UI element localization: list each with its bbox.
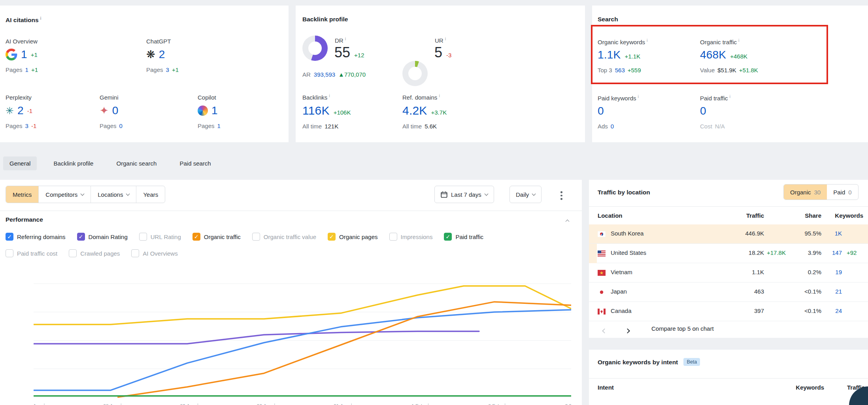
pages-label: Pages (100, 122, 117, 129)
checkbox-crawled-pages[interactable]: Crawled pages (69, 249, 120, 257)
location-name: Canada (611, 307, 632, 314)
svg-text:27 Jan: 27 Jan (34, 403, 41, 405)
col-traffic[interactable]: Traffic (717, 212, 764, 219)
pages-label: Pages (198, 122, 215, 129)
gemini-count[interactable]: 0 (112, 104, 119, 117)
pagination-prev-button[interactable] (603, 327, 606, 334)
toggle-organic[interactable]: Organic30 (784, 185, 827, 200)
info-icon[interactable]: i (439, 93, 440, 98)
paid-traffic-label: Paid traffic (700, 95, 728, 102)
location-row-canada[interactable]: Canada 397 <0.1% 24 (589, 302, 868, 321)
keywords-count[interactable]: 19 (810, 269, 842, 275)
tab-organic-search[interactable]: Organic search (110, 156, 163, 170)
ai-citations-title-text: AI citations (6, 17, 39, 23)
keywords-by-intent-title: Organic keywords by intent (598, 359, 678, 365)
filter-segments: Metrics Competitors Locations Years (6, 186, 165, 203)
location-row-japan[interactable]: Japan 463 <0.1% 21 (589, 283, 868, 302)
keywords-count[interactable]: 21 (810, 288, 842, 295)
organic-paid-toggle: Organic30 Paid0 (783, 184, 859, 200)
checkbox-domain-rating[interactable]: ✓Domain Rating (77, 233, 128, 241)
info-icon[interactable]: i (638, 94, 639, 99)
checkbox-organic-traffic-value[interactable]: Organic traffic value (252, 233, 316, 241)
checkbox-url-rating[interactable]: URL Rating (139, 233, 181, 241)
report-tabs: General Backlink profile Organic search … (3, 156, 226, 170)
info-icon[interactable]: i (329, 93, 330, 98)
traffic-by-location-title: Traffic by location (598, 189, 650, 196)
checkbox-impressions[interactable]: Impressions (389, 233, 433, 241)
ref-domains-label: Ref. domains (402, 94, 437, 101)
backlink-profile-title: Backlink profile (302, 16, 348, 23)
info-icon[interactable]: i (445, 36, 446, 41)
toggle-paid[interactable]: Paid0 (827, 185, 858, 200)
pages-label: Pages (6, 66, 23, 73)
all-time-label: All time (402, 123, 422, 130)
checkbox-referring-domains[interactable]: ✓Referring domains (6, 233, 66, 241)
performance-line-chart: 27 Jan28 Jan29 Jan30 Jan31 Jan1 Feb2 Feb… (34, 269, 571, 405)
traffic-value: 1.1K (717, 269, 764, 275)
date-range-button[interactable]: Last 7 days (434, 186, 494, 203)
checkbox-paid-traffic[interactable]: ✓Paid traffic (444, 233, 483, 241)
location-row-south-korea[interactable]: South Korea 446.9K 95.5% 1K (589, 224, 868, 244)
metric-checkbox-row-2: Paid traffic cost Crawled pages AI Overv… (6, 249, 178, 257)
svg-text:30 Jan: 30 Jan (257, 403, 271, 405)
granularity-label: Daily (516, 191, 529, 198)
filter-metrics[interactable]: Metrics (6, 186, 38, 203)
svg-text:28 Jan: 28 Jan (103, 403, 117, 405)
svg-text:3 Feb: 3 Feb (565, 403, 571, 405)
metric-copilot: Copilot 1 Pages1 (198, 94, 221, 129)
info-icon[interactable]: i (345, 36, 346, 41)
col-intent[interactable]: Intent (598, 384, 614, 391)
pages-count[interactable]: 1 (25, 66, 28, 73)
paid-traffic-value[interactable]: 0 (700, 105, 706, 117)
keywords-count[interactable]: 24 (810, 307, 842, 314)
pagination-next-button[interactable] (626, 327, 629, 334)
ref-domains-value[interactable]: 4.2K (402, 104, 427, 117)
info-icon[interactable]: i (40, 16, 42, 21)
granularity-button[interactable]: Daily (509, 186, 542, 203)
paid-keywords-label: Paid keywords (598, 95, 636, 102)
compare-top5-link[interactable]: Compare top 5 on chart (651, 325, 714, 332)
ai-overview-count[interactable]: 1 (21, 48, 27, 61)
location-row-vietnam[interactable]: Vietnam 1.1K 0.2% 19 (589, 263, 868, 283)
col-share[interactable]: Share (790, 212, 821, 219)
pages-count[interactable]: 3 (166, 66, 169, 73)
svg-text:29 Jan: 29 Jan (180, 403, 194, 405)
flag-japan (598, 289, 606, 295)
all-time-label: All time (302, 123, 322, 130)
checkbox-organic-traffic[interactable]: ✓Organic traffic (192, 233, 241, 241)
copilot-count[interactable]: 1 (211, 104, 218, 117)
keywords-count[interactable]: 1K (810, 230, 842, 237)
tab-general[interactable]: General (3, 156, 37, 170)
ur-label: URi (435, 36, 446, 44)
ar-value[interactable]: 393,593 (314, 71, 335, 78)
col-keywords[interactable]: Keywords (793, 384, 824, 391)
pages-delta: +1 (31, 66, 38, 73)
collapse-chevron-icon[interactable] (566, 220, 570, 224)
checkbox-ai-overviews[interactable]: AI Overviews (131, 249, 177, 257)
filter-years[interactable]: Years (136, 186, 165, 203)
pages-count[interactable]: 0 (119, 122, 123, 129)
checkbox-organic-pages[interactable]: ✓Organic pages (328, 233, 378, 241)
location-row-united-states[interactable]: United States 18.2K +17.8K 3.9% 147 +92 (589, 244, 868, 263)
pages-count[interactable]: 1 (217, 122, 221, 129)
ar-row: AR 393,593 ▲770,070 (302, 71, 366, 78)
chatgpt-count[interactable]: 2 (159, 48, 165, 61)
filter-competitors[interactable]: Competitors (38, 186, 91, 203)
ads-value[interactable]: 0 (611, 123, 614, 130)
filter-locations[interactable]: Locations (91, 186, 136, 203)
backlinks-value[interactable]: 116K (302, 104, 330, 117)
chevron-down-icon (126, 192, 130, 196)
perplexity-count[interactable]: 2 (17, 104, 24, 117)
info-icon[interactable]: i (730, 94, 730, 99)
checkbox-paid-traffic-cost[interactable]: Paid traffic cost (6, 249, 57, 257)
metric-label: Copilot (198, 94, 221, 101)
all-time-value: 121K (325, 123, 338, 130)
pages-count[interactable]: 3 (25, 122, 28, 129)
tab-paid-search[interactable]: Paid search (174, 156, 217, 170)
keywords-count[interactable]: 147 (810, 249, 842, 256)
col-location[interactable]: Location (598, 212, 623, 219)
paid-keywords-value[interactable]: 0 (598, 105, 604, 117)
more-options-button[interactable] (558, 189, 565, 202)
col-keywords[interactable]: Keywords (831, 212, 863, 219)
tab-backlink-profile[interactable]: Backlink profile (47, 156, 100, 170)
